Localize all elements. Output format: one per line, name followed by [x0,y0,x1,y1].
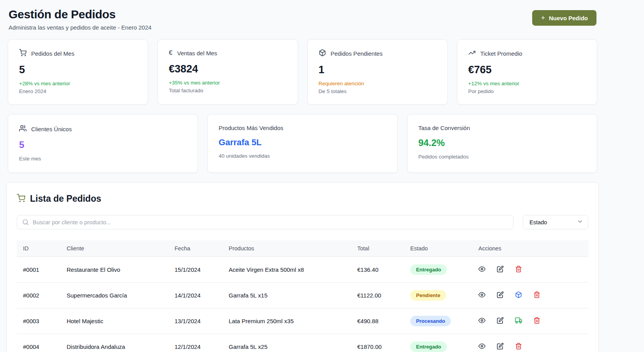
insight-label: Tasa de Conversión [418,125,470,131]
edit-order-button[interactable] [497,291,504,299]
order-client: Restaurante El Olivo [60,266,168,273]
delete-order-button[interactable] [515,266,522,274]
order-products: Lata Premium 250ml x35 [222,318,351,324]
chevron-down-icon [577,218,583,226]
search-input[interactable] [17,215,513,229]
plus-icon: + [541,14,545,21]
view-order-button[interactable] [478,343,485,351]
table-row: #0002 Supermercados García 14/1/2024 Gar… [17,283,588,308]
column-header-fecha: Fecha [168,245,222,252]
order-id: #0004 [17,343,60,350]
orders-table: ID Cliente Fecha Productos Total Estado … [17,240,588,352]
filter-row: Estado [17,215,588,229]
order-products: Garrafa 5L x25 [222,343,351,350]
order-date: 12/1/2024 [168,343,222,350]
column-header-productos: Productos [222,245,351,252]
stat-value: €765 [468,64,588,76]
trash-icon [515,343,522,351]
table-row: #0003 Hotel Majestic 13/1/2024 Lata Prem… [17,308,588,334]
status-badge: Procesando [410,316,451,326]
stat-label: Ticket Promedio [480,50,522,57]
trash-icon [533,291,540,299]
order-management-page: Gestión de Pedidos Administra las ventas… [0,0,599,352]
stat-note: Total facturado [169,88,288,93]
delete-order-button[interactable] [533,291,540,299]
stats-row: Pedidos del Mes 5 +28% vs mes anterior E… [8,39,597,105]
stat-card-ventas-del-mes: € Ventas del Mes €3824 +35% vs mes anter… [157,39,298,105]
order-products: Aceite Virgen Extra 500ml x8 [222,266,351,273]
order-date: 14/1/2024 [168,292,222,299]
eye-icon [478,291,485,299]
edit-icon [497,266,504,274]
truck-icon [515,317,522,325]
status-badge: Entregado [410,264,447,275]
order-total: €136.40 [351,266,404,273]
stat-card-ticket-promedio: Ticket Promedio €765 +12% vs mes anterio… [457,39,597,105]
trash-icon [515,266,522,274]
view-order-button[interactable] [478,266,485,274]
package-icon [515,291,522,299]
order-id: #0002 [17,292,60,299]
insight-value: 94.2% [418,137,588,148]
edit-order-button[interactable] [497,343,504,351]
stat-label: Pedidos del Mes [31,50,74,57]
stat-delta: Requieren atención [319,81,438,86]
new-order-button[interactable]: + Nuevo Pedido [532,10,596,26]
order-total: €490.88 [351,318,404,324]
process-order-button[interactable] [515,291,522,299]
stat-card-pedidos-pendientes: Pedidos Pendientes 1 Requieren atención … [307,39,448,105]
euro-icon: € [169,49,172,57]
table-header-row: ID Cliente Fecha Productos Total Estado … [17,240,588,257]
status-badge: Entregado [410,341,447,352]
stat-value: €3824 [169,63,288,75]
insight-value: 5 [19,139,188,150]
stat-label: Ventas del Mes [177,50,217,56]
stat-delta: +12% vs mes anterior [468,81,588,86]
order-id: #0003 [17,318,60,324]
order-client: Supermercados García [60,292,168,299]
status-filter-select[interactable]: Estado [523,215,588,229]
order-client: Hotel Majestic [60,318,168,324]
column-header-total: Total [351,245,404,252]
column-header-acciones: Acciones [472,245,588,252]
view-order-button[interactable] [478,317,485,325]
stat-card-pedidos-del-mes: Pedidos del Mes 5 +28% vs mes anterior E… [8,39,148,105]
trash-icon [533,317,540,325]
insight-card-tasa-de-conversion: Tasa de Conversión 94.2% Pedidos complet… [407,114,597,173]
cart-icon [19,49,26,58]
insight-note: Pedidos completados [418,154,588,160]
stat-value: 5 [19,64,138,76]
stat-note: De 5 totales [319,88,438,94]
edit-order-button[interactable] [497,317,504,325]
column-header-cliente: Cliente [60,245,168,252]
order-products: Garrafa 5L x15 [222,292,351,299]
order-date: 15/1/2024 [168,266,222,273]
view-order-button[interactable] [478,291,485,299]
stat-value: 1 [319,64,438,76]
edit-order-button[interactable] [497,266,504,274]
order-client: Distribuidora Andaluza [60,343,168,350]
table-row: #0001 Restaurante El Olivo 15/1/2024 Ace… [17,257,588,283]
orders-list-title: Lista de Pedidos [30,194,101,204]
edit-icon [497,317,504,325]
search-icon [22,219,29,227]
stat-delta: +35% vs mes anterior [169,80,288,86]
delete-order-button[interactable] [515,343,522,351]
package-icon [319,49,326,58]
status-filter-value: Estado [529,219,547,225]
cart-icon [17,194,25,204]
orders-panel: Lista de Pedidos Estado ID Cliente Fecha… [6,182,599,352]
stat-note: Por pedido [468,88,588,94]
page-title: Gestión de Pedidos [9,8,152,21]
order-total: €1122.00 [351,292,404,299]
eye-icon [478,317,485,325]
order-total: €1870.00 [351,343,404,350]
insight-card-clientes-unicos: Clientes Únicos 5 Este mes [8,114,198,173]
delete-order-button[interactable] [533,317,540,325]
trending-up-icon [468,49,476,58]
column-header-id: ID [17,245,60,252]
order-id: #0001 [17,266,60,273]
stat-note: Enero 2024 [19,88,138,94]
ship-order-button[interactable] [515,317,522,325]
status-badge: Pendiente [410,290,446,301]
